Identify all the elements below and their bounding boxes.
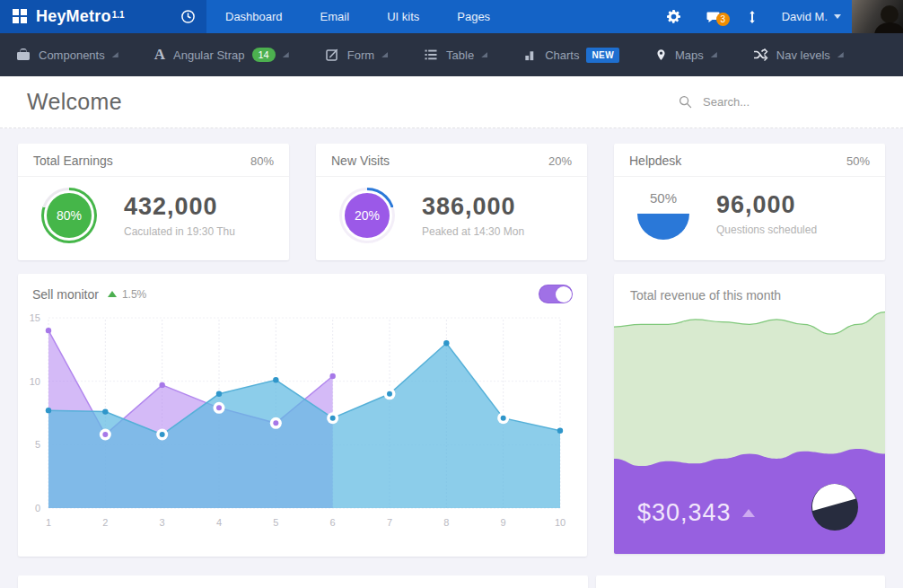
topnav-link-dashboard[interactable]: Dashboard	[206, 0, 302, 33]
shuffle-icon	[753, 48, 768, 62]
letter-a-icon: A	[154, 46, 165, 64]
top-navbar: HeyMetro1.1 Dashboard Email UI kits Page…	[0, 0, 903, 33]
stat-text: 432,000 Caculated in 19:30 Thu	[124, 193, 235, 238]
stat-value: 432,000	[124, 193, 235, 221]
sub-navbar: Components A Angular Strap 14 Form Table…	[0, 33, 903, 76]
earnings-donut-chart: 80%	[41, 188, 97, 243]
user-name: David M.	[782, 10, 828, 23]
stat-caption: Questions scheduled	[716, 224, 817, 236]
search-box	[679, 95, 867, 109]
revenue-amount-value: $30,343	[637, 499, 732, 527]
caret-icon	[283, 52, 289, 57]
main-content: Total Earnings 80% 80% 432,000 Caculated…	[0, 128, 903, 588]
sell-monitor-card: Sell monitor 1.5% 05101512345678910	[18, 274, 587, 557]
new-badge: NEW	[586, 48, 619, 63]
subnav-item-table[interactable]: Table	[406, 33, 505, 76]
subnav-item-maps[interactable]: Maps	[637, 33, 735, 76]
card-header: New Visits 20%	[316, 144, 587, 177]
search-input[interactable]	[703, 95, 846, 109]
topnav-links: Dashboard Email UI kits Pages	[206, 0, 509, 33]
svg-text:5: 5	[273, 517, 278, 528]
subnav-item-label: Charts	[545, 48, 579, 62]
subnav-item-form[interactable]: Form	[307, 33, 406, 76]
chat-icon[interactable]: 3	[693, 10, 733, 24]
stat-text: 96,000 Questions scheduled	[716, 191, 817, 236]
card-percent: 80%	[250, 154, 274, 168]
trend-up-icon	[108, 291, 117, 297]
svg-text:2: 2	[102, 517, 108, 528]
resize-vertical-icon[interactable]	[733, 10, 771, 24]
bottom-row	[18, 575, 885, 588]
helpdesk-half-donut-chart: 50%	[637, 188, 689, 240]
stat-caption: Caculated in 19:30 Thu	[124, 225, 235, 238]
sell-monitor-header: Sell monitor 1.5%	[18, 274, 587, 311]
page-header: Welcome	[0, 76, 903, 128]
card-title: New Visits	[331, 154, 390, 168]
bar-chart-icon	[523, 48, 537, 62]
brand[interactable]: HeyMetro1.1	[0, 0, 206, 33]
svg-text:10: 10	[30, 376, 40, 387]
sell-monitor-toggle[interactable]	[539, 285, 573, 303]
caret-icon	[711, 52, 717, 57]
subnav-item-components[interactable]: Components	[0, 33, 136, 76]
svg-text:8: 8	[443, 517, 449, 528]
toggle-knob	[556, 286, 572, 303]
stat-value: 386,000	[422, 193, 524, 221]
brand-name: HeyMetro	[36, 7, 111, 26]
svg-text:10: 10	[555, 517, 565, 528]
edit-square-icon	[325, 48, 339, 62]
card-body: 80% 432,000 Caculated in 19:30 Thu	[18, 177, 289, 243]
pie-icon	[811, 484, 858, 534]
svg-text:0: 0	[35, 503, 40, 513]
charts-row: Sell monitor 1.5% 05101512345678910 Tota…	[18, 274, 885, 557]
bottom-card-left	[18, 575, 588, 588]
svg-text:4: 4	[216, 517, 222, 528]
brand-version: 1.1	[112, 10, 125, 20]
subnav-item-angular-strap[interactable]: A Angular Strap 14	[136, 33, 307, 76]
subnav-item-label: Table	[446, 48, 474, 62]
sell-monitor-chart-svg: 05101512345678910	[25, 312, 574, 539]
subnav-item-label: Angular Strap	[173, 48, 245, 62]
page-title: Welcome	[27, 89, 122, 115]
stat-value: 96,000	[716, 191, 817, 219]
caret-icon	[481, 52, 487, 57]
search-icon	[679, 95, 692, 109]
svg-text:9: 9	[501, 517, 506, 528]
topnav-link-uikits[interactable]: UI kits	[368, 0, 438, 33]
donut-label: 80%	[57, 208, 82, 223]
topnav-link-pages[interactable]: Pages	[438, 0, 509, 33]
stat-card-total-earnings: Total Earnings 80% 80% 432,000 Caculated…	[18, 144, 289, 260]
svg-text:7: 7	[387, 517, 392, 528]
sell-monitor-chart: 05101512345678910	[18, 311, 587, 542]
user-menu[interactable]: David M.	[771, 10, 852, 23]
map-pin-icon	[655, 48, 667, 62]
sell-monitor-delta: 1.5%	[122, 288, 146, 301]
revenue-title: Total revenue of this month	[630, 288, 781, 303]
subnav-item-label: Nav levels	[776, 48, 830, 62]
subnav-item-nav-levels[interactable]: Nav levels	[735, 33, 862, 76]
svg-text:15: 15	[30, 312, 40, 323]
chevron-down-icon	[834, 14, 841, 19]
list-icon	[424, 48, 438, 62]
bottom-card-right	[596, 575, 885, 588]
stat-card-helpdesk: Helpdesk 50% 50% 96,000 Questions schedu…	[614, 144, 885, 260]
donut-label: 20%	[355, 208, 380, 223]
subnav-item-label: Components	[39, 48, 105, 62]
brand-grid-icon	[13, 9, 28, 24]
user-avatar[interactable]	[852, 0, 903, 33]
stat-card-new-visits: New Visits 20% 20% 386,000 Peaked at 14:…	[316, 144, 587, 260]
card-title: Total Earnings	[33, 154, 113, 168]
card-header: Total Earnings 80%	[18, 144, 289, 177]
svg-text:6: 6	[330, 517, 336, 528]
subnav-item-charts[interactable]: Charts NEW	[505, 33, 637, 76]
card-percent: 20%	[548, 154, 572, 168]
visits-donut-chart: 20%	[339, 188, 395, 243]
clock-icon[interactable]	[180, 9, 196, 24]
revenue-amount: $30,343	[637, 499, 755, 527]
sell-monitor-title: Sell monitor	[32, 287, 99, 302]
briefcase-icon	[16, 48, 31, 62]
topnav-link-email[interactable]: Email	[302, 0, 369, 33]
gear-icon[interactable]	[654, 10, 693, 23]
stat-text: 386,000 Peaked at 14:30 Mon	[422, 193, 524, 238]
card-header: Helpdesk 50%	[614, 144, 885, 177]
